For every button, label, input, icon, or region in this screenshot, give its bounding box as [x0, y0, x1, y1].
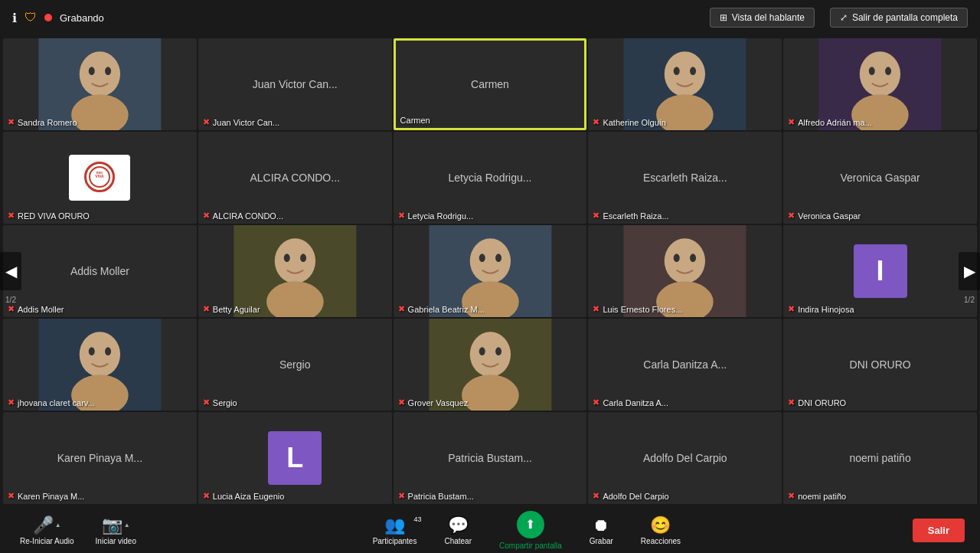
- participant-name: Luis Ernesto Flores...: [603, 305, 682, 314]
- cell-sergio: ✖SergioSergio: [198, 319, 392, 411]
- grabar-button[interactable]: ⏺ Grabar: [585, 515, 618, 545]
- cell-alcira: ✖ALCIRA CONDO...ALCIRA CONDO...: [198, 132, 392, 224]
- mute-icon: ✖: [398, 491, 405, 501]
- reiniciar-audio-button[interactable]: 🎤 ▲ Re-Iniciar Audio: [15, 515, 79, 545]
- cell-grover: ✖Grover Vasquez: [394, 319, 587, 411]
- mute-icon: ✖: [398, 304, 405, 314]
- svg-point-19: [275, 238, 315, 283]
- mute-icon: ✖: [788, 304, 795, 314]
- reacciones-label: Reacciones: [641, 537, 681, 545]
- chatear-button[interactable]: 💬 Chatear: [439, 515, 476, 545]
- cell-name-grover: ✖Grover Vasquez: [398, 398, 469, 407]
- participantes-label: Participantes: [373, 537, 417, 545]
- cell-escarleth: ✖Escarleth Raiza...Escarleth Raiza...: [588, 132, 782, 224]
- svg-point-32: [690, 254, 696, 262]
- fullscreen-label: Salir de pantalla completa: [852, 12, 958, 23]
- cell-name-carla: ✖Carla Danitza A...: [593, 398, 668, 407]
- cell-text-label: noemi patiño: [844, 446, 917, 470]
- participants-icon: 👥: [384, 515, 405, 535]
- cell-indira: I ✖Indira Hinojosa: [783, 225, 977, 317]
- mute-icon: ✖: [788, 117, 795, 127]
- avatar-letter: I: [854, 244, 907, 298]
- cell-juan-victor: ✖Juan Victor Can...Juan Victor Can...: [198, 38, 392, 130]
- cell-red-viva: RED VIVA ✖RED VIVA ORURO: [3, 132, 197, 224]
- cell-name-alfredo: ✖Alfredo Adrián ma...: [788, 117, 872, 127]
- mute-icon: ✖: [593, 491, 599, 501]
- cell-name-betty: ✖Betty Aguilar: [203, 304, 260, 314]
- participantes-button[interactable]: 👥 43 Participantes: [368, 515, 422, 545]
- cell-text-label: Juan Victor Can...: [247, 72, 344, 97]
- cell-lucia: L ✖Lucia Aiza Eugenio: [198, 412, 392, 504]
- next-page-button[interactable]: ▶ 1/2: [959, 252, 980, 290]
- svg-point-41: [479, 347, 485, 355]
- recording-label: Grabando: [60, 12, 104, 24]
- cell-alfredo: ✖Alfredo Adrián ma...: [783, 38, 977, 130]
- cell-adolfo: ✖Adolfo Del CarpioAdolfo Del Carpio: [588, 412, 782, 504]
- mute-icon: ✖: [203, 398, 210, 407]
- participant-name: Indira Hinojosa: [798, 305, 854, 314]
- video-chevron[interactable]: ▲: [124, 522, 130, 528]
- svg-point-8: [674, 67, 680, 75]
- svg-point-14: [885, 67, 891, 75]
- mute-icon: ✖: [788, 211, 795, 221]
- cell-text-label: ALCIRA CONDO...: [243, 165, 345, 190]
- svg-point-31: [674, 254, 680, 262]
- cell-name-karen: ✖Karen Pinaya M...: [8, 491, 84, 501]
- participant-name: Grover Vasquez: [408, 398, 469, 407]
- participants-count: 43: [413, 515, 421, 523]
- svg-point-9: [690, 67, 696, 75]
- cell-name-adolfo: ✖Adolfo Del Carpio: [593, 491, 668, 501]
- cell-name-letycia: ✖Letycia Rodrigu...: [398, 211, 474, 221]
- bottom-right-controls: Salir: [913, 519, 965, 542]
- cell-name-luis: ✖Luis Ernesto Flores...: [593, 304, 682, 314]
- bottom-bar: 🎤 ▲ Re-Iniciar Audio 📷 ▲ Iniciar video 👥…: [0, 507, 980, 553]
- cell-sandra-romero: ✖Sandra Romero: [3, 38, 197, 130]
- svg-point-36: [89, 347, 95, 355]
- svg-point-22: [300, 254, 306, 262]
- participants-grid: ✖Sandra Romero✖Juan Victor Can...Juan Vi…: [0, 35, 980, 507]
- svg-point-4: [105, 67, 111, 75]
- audio-chevron[interactable]: ▲: [55, 522, 61, 528]
- speaker-view-button[interactable]: ⊞ Vista del hablante: [710, 8, 815, 28]
- speaker-view-icon: ⊞: [720, 12, 727, 23]
- reacciones-button[interactable]: 😊 Reacciones: [636, 515, 685, 545]
- cell-betty: ✖Betty Aguilar: [198, 225, 392, 317]
- svg-point-27: [495, 254, 501, 262]
- info-icon[interactable]: ℹ: [12, 11, 17, 25]
- shield-icon: 🛡: [24, 11, 37, 25]
- grabar-label: Grabar: [590, 537, 613, 545]
- mute-icon: ✖: [203, 117, 210, 127]
- mute-icon: ✖: [8, 304, 15, 314]
- mute-icon: ✖: [398, 398, 405, 407]
- cell-dni-oruro: ✖DNI ORURODNI ORURO: [783, 319, 977, 411]
- compartir-pantalla-button[interactable]: ⬆ Compartir pantalla: [495, 511, 567, 550]
- prev-page-button[interactable]: ◀ 1/2: [0, 252, 21, 290]
- bottom-left-controls: 🎤 ▲ Re-Iniciar Audio 📷 ▲ Iniciar video: [15, 515, 141, 545]
- svg-point-29: [665, 238, 705, 283]
- cell-name-addis: ✖Addis Moller: [8, 304, 64, 314]
- participant-name: Gabriela Beatriz M...: [408, 305, 485, 314]
- mute-icon: ✖: [593, 304, 599, 314]
- participant-name: Sandra Romero: [18, 118, 77, 127]
- mute-icon: ✖: [593, 117, 599, 127]
- participant-name: Escarleth Raiza...: [603, 211, 668, 221]
- svg-point-37: [105, 347, 111, 355]
- participant-name: noemi patiño: [798, 492, 846, 501]
- fullscreen-button[interactable]: ⤢ Salir de pantalla completa: [830, 8, 968, 28]
- chat-icon: 💬: [448, 515, 469, 535]
- cell-text-label: Sergio: [273, 352, 316, 377]
- participant-name: Addis Moller: [18, 305, 64, 314]
- cell-name-sandra-romero: ✖Sandra Romero: [8, 117, 77, 127]
- participant-name: Carmen: [400, 116, 430, 125]
- cell-text-label: Adolfo Del Carpio: [637, 446, 733, 470]
- top-bar-left: ℹ 🛡 Grabando: [12, 11, 104, 25]
- cell-katherine: ✖Katherine Olguín: [588, 38, 782, 130]
- participant-name: Letycia Rodrigu...: [408, 211, 474, 221]
- iniciar-video-button[interactable]: 📷 ▲ Iniciar video: [91, 515, 141, 545]
- participant-name: Patricia Bustam...: [408, 492, 474, 501]
- cell-name-juan-victor: ✖Juan Victor Can...: [203, 117, 279, 127]
- cell-name-jhovana: ✖jhovana claret carv...: [8, 398, 95, 407]
- cell-text-label: DNI ORURO: [844, 352, 917, 377]
- salir-button[interactable]: Salir: [913, 519, 965, 542]
- cell-text-label: Letycia Rodrigu...: [443, 165, 538, 190]
